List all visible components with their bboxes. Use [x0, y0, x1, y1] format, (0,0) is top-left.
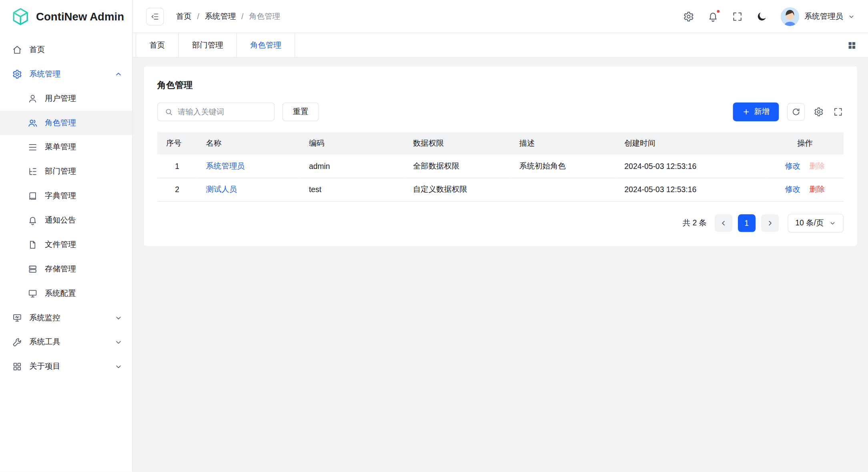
chevron-up-icon [114, 70, 122, 78]
menu-lines-icon [28, 143, 38, 153]
user-menu[interactable]: 系统管理员 [780, 7, 854, 26]
column-header-actions: 操作 [766, 133, 844, 155]
page-title: 角色管理 [157, 80, 844, 91]
pagination-total: 共 2 条 [683, 218, 707, 228]
sidebar-item-file-management[interactable]: 文件管理 [0, 233, 132, 257]
table-row: 1 系统管理员 admin 全部数据权限 系统初始角色 2024-05-03 1… [157, 155, 844, 178]
cell-code: admin [300, 155, 404, 178]
column-header-code: 编码 [300, 133, 404, 155]
sidebar-item-notice-management[interactable]: 通知公告 [0, 208, 132, 233]
pagination-page-button[interactable]: 1 [738, 214, 755, 232]
fullscreen-icon[interactable] [732, 11, 743, 22]
add-button[interactable]: 新增 [733, 102, 779, 121]
home-icon [12, 45, 22, 55]
chevron-left-icon [720, 219, 727, 227]
breadcrumb-item[interactable]: 系统管理 [205, 11, 236, 21]
monitor-icon [12, 313, 22, 323]
book-icon [28, 191, 38, 201]
tab-bar: 首页 部门管理 角色管理 [133, 33, 868, 58]
sidebar-item-label: 通知公告 [45, 215, 76, 225]
chevron-down-icon [114, 338, 122, 346]
search-box [157, 102, 275, 121]
plus-icon [742, 108, 750, 116]
sidebar: 首页 系统管理 用户管理 角色管理 菜单管理 部门管理 [0, 33, 133, 472]
sidebar-collapse-button[interactable] [146, 8, 164, 25]
sidebar-item-system-management[interactable]: 系统管理 [0, 62, 132, 86]
user-icon [28, 94, 38, 104]
user-name: 系统管理员 [804, 11, 843, 21]
page-size-value: 10 条/页 [795, 218, 824, 228]
column-header-no: 序号 [157, 133, 197, 155]
role-name-link[interactable]: 测试人员 [206, 185, 237, 193]
cell-code: test [300, 178, 404, 201]
page-size-select[interactable]: 10 条/页 [788, 213, 844, 232]
search-icon [164, 107, 173, 116]
logo-area[interactable]: ContiNew Admin [0, 0, 133, 33]
bell-icon [28, 215, 38, 225]
chevron-down-icon [829, 219, 836, 226]
edit-button[interactable]: 修改 [785, 185, 801, 195]
row-actions: 修改 删除 [775, 161, 835, 171]
breadcrumb-separator: / [197, 12, 199, 21]
roles-table: 序号 名称 编码 数据权限 描述 创建时间 操作 1 [157, 133, 844, 201]
sidebar-item-dictionary-management[interactable]: 字典管理 [0, 184, 132, 208]
sidebar-item-system-monitor[interactable]: 系统监控 [0, 306, 132, 330]
tab-department-management[interactable]: 部门管理 [179, 33, 237, 57]
tab-role-management[interactable]: 角色管理 [237, 33, 295, 57]
main-area: 首页 部门管理 角色管理 角色管理 [133, 33, 868, 472]
sidebar-item-label: 系统监控 [29, 313, 60, 323]
sidebar-item-label: 系统配置 [45, 289, 76, 299]
apps-icon [12, 362, 22, 372]
notifications-bell-icon[interactable] [708, 11, 719, 22]
breadcrumb-item-current: 角色管理 [249, 11, 280, 21]
app-window: ContiNew Admin 首页 / 系统管理 / 角色管理 [0, 0, 868, 472]
sidebar-item-system-tools[interactable]: 系统工具 [0, 330, 132, 354]
search-input[interactable] [178, 107, 267, 116]
breadcrumb-separator: / [241, 12, 243, 21]
pagination: 共 2 条 1 10 条/页 [157, 213, 844, 232]
sidebar-item-department-management[interactable]: 部门管理 [0, 159, 132, 184]
reset-button[interactable]: 重置 [282, 102, 319, 121]
refresh-button[interactable] [787, 103, 805, 121]
cell-created-at: 2024-05-03 12:53:16 [615, 178, 766, 201]
delete-button[interactable]: 删除 [809, 185, 825, 195]
sidebar-item-about-project[interactable]: 关于项目 [0, 354, 132, 379]
tab-label: 部门管理 [192, 40, 223, 50]
sidebar-item-user-management[interactable]: 用户管理 [0, 86, 132, 111]
sidebar-item-system-config[interactable]: 系统配置 [0, 281, 132, 306]
toolbar: 重置 新增 [157, 102, 844, 121]
role-name-link[interactable]: 系统管理员 [206, 161, 245, 170]
sidebar-item-label: 首页 [29, 45, 45, 55]
header: 首页 / 系统管理 / 角色管理 [133, 0, 868, 33]
tab-label: 首页 [149, 40, 165, 50]
dark-mode-moon-icon[interactable] [756, 11, 768, 22]
breadcrumb: 首页 / 系统管理 / 角色管理 [176, 11, 280, 21]
pagination-prev-button[interactable] [714, 214, 732, 232]
chevron-down-icon [848, 13, 855, 20]
tab-grid-icon[interactable] [847, 40, 857, 50]
sidebar-item-storage-management[interactable]: 存储管理 [0, 257, 132, 281]
layout: ContiNew Admin 首页 / 系统管理 / 角色管理 [0, 0, 868, 472]
table-fullscreen-button[interactable] [832, 106, 844, 118]
tab-home[interactable]: 首页 [136, 33, 179, 57]
sidebar-item-menu-management[interactable]: 菜单管理 [0, 135, 132, 160]
settings-icon[interactable] [683, 11, 694, 22]
tab-label: 角色管理 [250, 40, 281, 50]
header-actions: 系统管理员 [683, 7, 855, 26]
sidebar-item-label: 系统管理 [29, 69, 60, 79]
pagination-next-button[interactable] [761, 214, 779, 232]
delete-button-disabled[interactable]: 删除 [809, 161, 825, 171]
sidebar-item-role-management[interactable]: 角色管理 [0, 111, 132, 135]
row-actions: 修改 删除 [775, 185, 835, 195]
sidebar-item-home[interactable]: 首页 [0, 38, 132, 62]
column-header-description: 描述 [510, 133, 615, 155]
breadcrumb-item[interactable]: 首页 [176, 11, 192, 21]
edit-button[interactable]: 修改 [785, 161, 801, 171]
sidebar-item-label: 角色管理 [45, 118, 76, 128]
column-header-name: 名称 [197, 133, 300, 155]
sidebar-item-label: 部门管理 [45, 167, 76, 177]
sidebar-item-label: 用户管理 [45, 94, 76, 104]
chevron-down-icon [114, 363, 122, 370]
table-header: 序号 名称 编码 数据权限 描述 创建时间 操作 [157, 133, 844, 155]
table-settings-button[interactable] [813, 106, 824, 118]
